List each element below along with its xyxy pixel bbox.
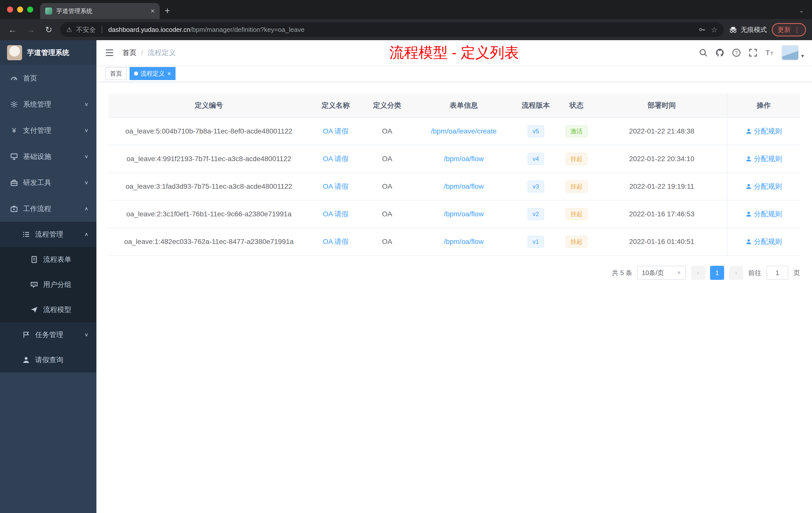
sidebar-item-label: 研发工具: [23, 178, 79, 187]
definition-category: OA: [362, 145, 412, 173]
tag-process-definition[interactable]: 流程定义 ×: [129, 67, 175, 80]
definition-name-link[interactable]: OA 请假: [323, 182, 349, 190]
sidebar-item-system[interactable]: 系统管理 ∨: [0, 91, 96, 117]
assign-rule-link[interactable]: 分配规则: [746, 237, 782, 246]
svg-text:T: T: [770, 51, 773, 56]
sidebar-item-label: 流程管理: [35, 230, 79, 239]
new-tab-button[interactable]: +: [165, 5, 170, 16]
definition-name-link[interactable]: OA 请假: [323, 210, 349, 218]
tab-search-caret-icon[interactable]: ⌄: [799, 7, 804, 14]
breadcrumb-current: 流程定义: [148, 48, 176, 58]
version-tag: v1: [527, 236, 544, 248]
sidebar: 芋道管理系统 首页 系统管理 ∨ ¥ 支付管理 ∨: [0, 40, 96, 513]
status-tag: 挂起: [566, 208, 587, 220]
tab-title: 芋道管理系统: [56, 7, 147, 15]
address-bar[interactable]: ⚠ 不安全 dashboard.yudao.iocoder.cn/bpm/man…: [60, 22, 724, 37]
sidebar-item-label: 系统管理: [23, 100, 79, 109]
sidebar-item-process-form[interactable]: 流程表单: [0, 247, 96, 272]
tab-close-icon[interactable]: ×: [151, 7, 155, 15]
current-page-button[interactable]: 1: [710, 266, 724, 280]
chrome-update-button[interactable]: 更新 ⋮: [772, 23, 806, 36]
assign-rule-link[interactable]: 分配规则: [746, 182, 782, 191]
tab-favicon-icon: [45, 7, 52, 14]
definition-category: OA: [362, 200, 412, 228]
window-zoom-button[interactable]: [27, 6, 33, 12]
col-form-info: 表单信息: [412, 93, 515, 117]
definition-name-link[interactable]: OA 请假: [323, 238, 349, 245]
deploy-time: 2022-01-22 19:19:11: [597, 173, 727, 200]
assign-rule-link[interactable]: 分配规则: [746, 154, 782, 163]
breadcrumb-home[interactable]: 首页: [122, 48, 137, 58]
sidebar-item-workflow[interactable]: 工作流程 ∧: [0, 196, 96, 222]
sidebar-toggle-button[interactable]: [100, 44, 118, 62]
security-label[interactable]: 不安全: [76, 25, 96, 34]
sidebar-item-task-management[interactable]: 任务管理 ∨: [0, 322, 96, 348]
status-tag: 激活: [566, 125, 587, 137]
browser-menu-icon[interactable]: ⋮: [794, 26, 800, 34]
sidebar-item-user-group[interactable]: 用户分组: [0, 272, 96, 297]
definition-name-link[interactable]: OA 请假: [323, 155, 349, 163]
definition-id: oa_leave:4:991f2193-7b7f-11ec-a3c8-acde4…: [109, 145, 309, 173]
sidebar-item-leave-query[interactable]: 请假查询: [0, 348, 96, 372]
bookmark-star-icon[interactable]: ☆: [711, 25, 718, 34]
github-icon[interactable]: [715, 48, 724, 57]
pagination: 共 5 条 10条/页 ▼ ‹ 1 › 前往 页: [109, 266, 800, 280]
chevron-down-icon: ∨: [84, 154, 88, 159]
incognito-badge: 无痕模式: [729, 25, 767, 34]
person-icon: [746, 156, 752, 162]
tag-close-icon[interactable]: ×: [167, 70, 171, 77]
server-icon: [10, 153, 18, 161]
help-icon[interactable]: ?: [732, 48, 741, 57]
form-link[interactable]: /bpm/oa/flow: [444, 210, 484, 218]
page-size-select[interactable]: 10条/页 ▼: [637, 266, 686, 280]
definition-id: oa_leave:1:482ec033-762a-11ec-8477-a2380…: [109, 228, 309, 255]
assign-rule-link[interactable]: 分配规则: [746, 126, 782, 136]
form-link[interactable]: /bpm/oa/flow: [444, 182, 484, 190]
definition-name-link[interactable]: OA 请假: [323, 127, 349, 135]
sidebar-item-home[interactable]: 首页: [0, 65, 96, 91]
sidebar-item-process-management[interactable]: 流程管理 ∧: [0, 222, 96, 247]
table-row: oa_leave:2:3c1f0ef1-76b1-11ec-9c66-a2380…: [109, 200, 800, 228]
prev-page-button[interactable]: ‹: [691, 266, 705, 280]
form-link[interactable]: /bpm/oa/leave/create: [431, 127, 497, 135]
paper-plane-icon: [30, 306, 38, 314]
window-close-button[interactable]: [7, 6, 13, 12]
window-minimize-button[interactable]: [17, 6, 23, 12]
sidebar-item-process-model[interactable]: 流程模型: [0, 297, 96, 322]
table-row: oa_leave:5:004b710b-7b8a-11ec-8ef0-acde4…: [109, 117, 800, 145]
font-size-icon[interactable]: T T: [765, 48, 774, 57]
person-icon: [746, 183, 752, 190]
search-icon[interactable]: [699, 48, 708, 57]
reload-button[interactable]: ↻: [42, 25, 55, 35]
sidebar-item-label: 任务管理: [35, 330, 79, 339]
app-logo[interactable]: 芋道管理系统: [0, 40, 96, 65]
chevron-down-icon: ▼: [676, 270, 682, 276]
password-key-icon[interactable]: [698, 26, 706, 33]
sidebar-item-payment[interactable]: ¥ 支付管理 ∨: [0, 117, 96, 144]
table-row: oa_leave:3:1fad3d93-7b75-11ec-a3c8-acde4…: [109, 173, 800, 200]
goto-page-input[interactable]: [766, 266, 788, 280]
sidebar-item-label: 用户分组: [43, 280, 88, 290]
yen-icon: ¥: [10, 126, 18, 134]
forward-button[interactable]: →: [24, 25, 37, 35]
url-host: dashboard.yudao.iocoder.cn: [108, 26, 190, 33]
form-link[interactable]: /bpm/oa/flow: [444, 155, 484, 163]
version-tag: v4: [527, 153, 544, 165]
version-tag: v3: [527, 180, 544, 192]
user-menu[interactable]: ▾: [782, 45, 804, 60]
status-tag: 挂起: [566, 180, 587, 192]
fullscreen-icon[interactable]: [749, 48, 757, 57]
back-button[interactable]: ←: [6, 25, 19, 35]
assign-rule-link[interactable]: 分配规则: [746, 209, 782, 219]
sidebar-item-devtools[interactable]: 研发工具 ∨: [0, 170, 96, 196]
svg-text:?: ?: [735, 50, 738, 56]
tag-home[interactable]: 首页: [106, 67, 126, 80]
deploy-time: 2022-01-22 20:34:10: [597, 145, 727, 173]
form-link[interactable]: /bpm/oa/flow: [444, 238, 484, 245]
sidebar-item-infrastructure[interactable]: 基础设施 ∨: [0, 144, 96, 170]
definition-category: OA: [362, 228, 412, 255]
browser-tab[interactable]: 芋道管理系统 ×: [40, 3, 160, 19]
next-page-button[interactable]: ›: [729, 266, 743, 280]
process-management-submenu: 流程表单 用户分组 流程模型: [0, 247, 96, 322]
pagination-total: 共 5 条: [612, 269, 632, 277]
